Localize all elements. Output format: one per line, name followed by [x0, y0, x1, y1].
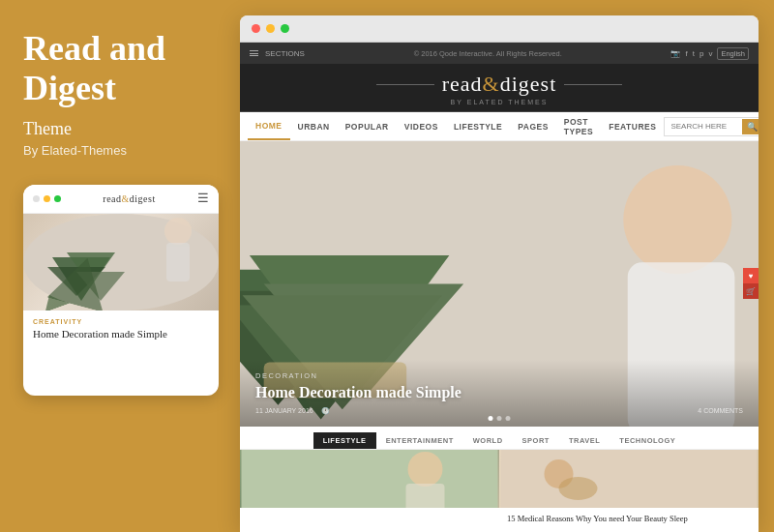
nav-item-pages[interactable]: PAGES [510, 112, 556, 140]
website-content: SECTIONS © 2016 Qode Interactive. All Ri… [240, 43, 759, 532]
hero-date: 11 JANUARY 2016 [255, 407, 313, 414]
search-button[interactable]: 🔍 [742, 119, 759, 134]
language-selector[interactable]: English [717, 47, 749, 60]
mini-dot-red [33, 195, 40, 202]
theme-subtitle: Theme [23, 119, 217, 139]
top-bar-right: 📷 f t p v English [670, 47, 749, 60]
left-panel: Read and Digest Theme By Elated-Themes r… [0, 0, 240, 532]
pinterest-icon[interactable]: p [700, 49, 703, 58]
hero-area: DECORATION Home Decoration made Simple 1… [240, 141, 759, 427]
article-image-2 [499, 450, 759, 508]
scroll-dot-heart[interactable]: ♥ [743, 268, 759, 283]
scroll-dots: ♥ 🛒 [743, 268, 759, 299]
svg-rect-19 [406, 484, 445, 508]
site-header: read&digest BY ELATED THEMES [240, 64, 759, 112]
scroll-dot-cart[interactable]: 🛒 [743, 283, 759, 299]
top-bar-left: SECTIONS [250, 49, 305, 58]
mini-article-title: Home Decoration made Simple [23, 327, 219, 340]
cat-tab-sport[interactable]: SPORT [513, 432, 559, 449]
hero-nav-dot-3[interactable] [506, 416, 511, 421]
cat-tab-world[interactable]: WORLD [463, 432, 513, 449]
hamburger-line-2 [250, 53, 258, 54]
article-title-2: 15 Medical Reasons Why You need Your Bea… [507, 514, 751, 524]
mini-dot-green [54, 195, 61, 202]
nav-search: 🔍 [664, 117, 759, 136]
svg-rect-17 [242, 450, 498, 508]
theme-author: By Elated-Themes [23, 143, 217, 158]
hero-nav-dot-2[interactable] [497, 416, 502, 421]
browser-mockup: SECTIONS © 2016 Qode Interactive. All Ri… [240, 15, 759, 532]
logo-suffix: digest [500, 72, 557, 96]
logo-prefix: read [442, 72, 483, 96]
nav-item-home[interactable]: HOME [248, 112, 290, 140]
instagram-icon[interactable]: 📷 [670, 49, 680, 58]
browser-dot-yellow[interactable] [266, 24, 275, 33]
nav-item-lifestyle[interactable]: LIFESTYLE [446, 112, 510, 140]
site-top-bar: SECTIONS © 2016 Qode Interactive. All Ri… [240, 43, 759, 64]
nav-item-videos[interactable]: VIDEOS [397, 112, 446, 140]
article-card-2: 15 Medical Reasons Why You need Your Bea… [499, 450, 759, 532]
cat-tab-travel[interactable]: TRAVEL [559, 432, 610, 449]
article-grid: 15 Medical Reasons Why You need Your Bea… [240, 450, 759, 532]
svg-point-8 [623, 165, 731, 274]
article-content-2: 15 Medical Reasons Why You need Your Bea… [499, 508, 759, 532]
mini-branch-svg [23, 214, 219, 310]
mini-logo-amp: & [122, 193, 130, 204]
hero-clock-icon: 🕐 [321, 407, 330, 415]
mini-dot-yellow [44, 195, 50, 202]
below-hero: LIFESTYLE ENTERTAINMENT WORLD SPORT TRAV… [240, 427, 759, 532]
browser-dot-red[interactable] [252, 24, 260, 33]
site-tagline: BY ELATED THEMES [240, 99, 759, 105]
site-logo-lines: read&digest [240, 72, 759, 97]
site-nav: HOME URBAN POPULAR VIDEOS LIFESTYLE PAGE… [240, 112, 759, 141]
mini-article-category: CREATIVITY [23, 310, 219, 327]
svg-rect-20 [501, 450, 758, 508]
svg-point-22 [559, 477, 598, 500]
svg-point-1 [164, 218, 192, 245]
mini-hero-image [23, 214, 219, 310]
mini-hamburger-icon: ☰ [197, 191, 209, 206]
logo-line-left [376, 84, 434, 85]
site-logo[interactable]: read&digest [442, 72, 557, 97]
cat-tab-technology[interactable]: TECHNOLOGY [610, 432, 685, 449]
cat-tab-lifestyle[interactable]: LIFESTYLE [313, 432, 376, 449]
facebook-icon[interactable]: f [685, 49, 687, 58]
hamburger-icon[interactable] [250, 50, 258, 56]
logo-line-right [564, 84, 622, 85]
hero-meta: 11 JANUARY 2016 🕐 4 COMMENTS [255, 407, 743, 415]
hero-nav-dots [489, 416, 511, 421]
svg-rect-2 [166, 243, 190, 281]
nav-item-features[interactable]: FEATURES [601, 112, 664, 140]
nav-item-post-types[interactable]: POST TYPES [556, 112, 601, 140]
hamburger-line-3 [250, 55, 258, 56]
hero-nav-dot-1[interactable] [489, 416, 493, 421]
hero-comments: 4 COMMENTS [698, 407, 743, 414]
mini-mobile-mockup: read&digest ☰ CREATIVITY Home Decoration… [23, 185, 219, 396]
hero-category: DECORATION [255, 371, 743, 380]
category-tabs: LIFESTYLE ENTERTAINMENT WORLD SPORT TRAV… [240, 432, 759, 450]
browser-dot-green[interactable] [281, 24, 289, 33]
search-input[interactable] [670, 122, 738, 131]
article-image-1 [240, 450, 499, 508]
logo-ampersand: & [483, 72, 500, 96]
article-card-1 [240, 450, 499, 532]
browser-chrome [240, 15, 759, 43]
article-image-svg-1 [240, 450, 499, 508]
article-image-svg-2 [499, 450, 759, 508]
mini-logo: read&digest [103, 193, 155, 204]
cat-tab-entertainment[interactable]: ENTERTAINMENT [376, 432, 463, 449]
mini-top-bar: read&digest ☰ [23, 185, 219, 214]
vimeo-icon[interactable]: v [708, 49, 712, 58]
sections-label[interactable]: SECTIONS [265, 49, 305, 58]
hero-title: Home Decoration made Simple [255, 384, 743, 401]
theme-title: Read and Digest [23, 29, 217, 109]
hamburger-line-1 [250, 50, 258, 51]
top-bar-copyright: © 2016 Qode Interactive. All Rights Rese… [414, 49, 562, 58]
nav-item-popular[interactable]: POPULAR [338, 112, 397, 140]
twitter-icon[interactable]: t [693, 49, 695, 58]
svg-point-18 [408, 452, 443, 487]
nav-item-urban[interactable]: URBAN [290, 112, 338, 140]
mini-window-dots [33, 195, 61, 202]
